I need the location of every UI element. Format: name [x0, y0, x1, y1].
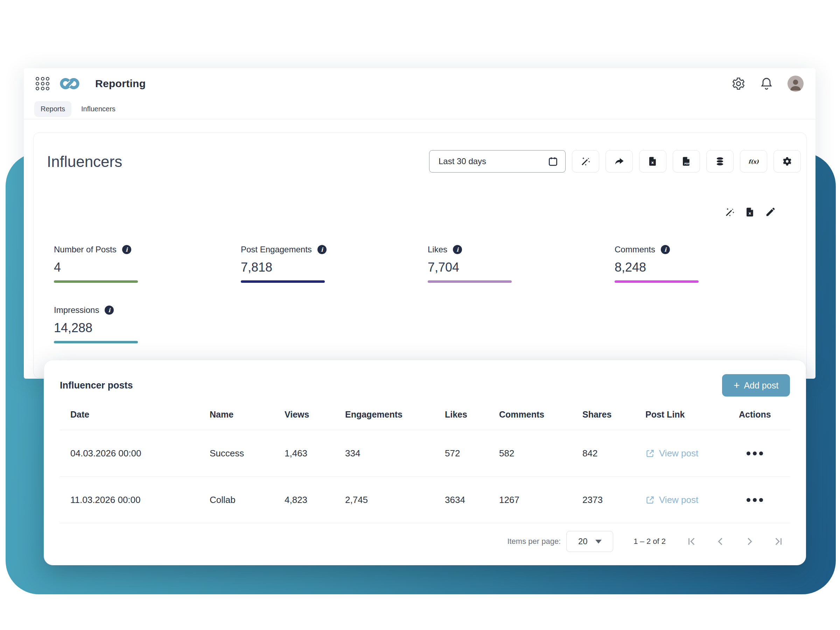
- formula-fx-icon: f(x): [748, 156, 759, 167]
- table-row: 04.03.2026 00:00 Success 1,463 334 572 5…: [60, 430, 790, 477]
- view-post-link[interactable]: View post: [646, 448, 739, 459]
- excel-file-icon: x: [647, 156, 658, 167]
- posts-card-title: Influencer posts: [60, 380, 133, 391]
- breadcrumb-item-reports[interactable]: Reports: [34, 101, 71, 117]
- row-actions-menu-icon[interactable]: [739, 452, 790, 455]
- metric-label: Post Engagements: [241, 245, 312, 254]
- magic-wand-button[interactable]: [572, 150, 599, 172]
- cell-date: 04.03.2026 00:00: [70, 448, 210, 459]
- info-icon[interactable]: i: [661, 245, 670, 254]
- widget-edit-pencil-icon[interactable]: [765, 207, 775, 217]
- cell-comments: 1267: [499, 494, 583, 505]
- cell-likes: 3634: [445, 494, 499, 505]
- influencers-report-card: Influencers Last 30 days: [33, 132, 807, 378]
- export-excel-button[interactable]: x: [639, 150, 666, 172]
- report-title: Influencers: [47, 153, 122, 171]
- date-range-picker[interactable]: Last 30 days: [429, 150, 565, 172]
- svg-text:x: x: [748, 211, 752, 216]
- items-per-page-label: Items per page:: [507, 537, 561, 546]
- metric-impressions: Impressions i 14,288: [54, 305, 241, 343]
- metrics-grid: Number of Posts i 4 Post Engagements i 7…: [54, 245, 802, 343]
- metric-label: Comments: [614, 245, 655, 254]
- metric-value: 7,818: [241, 260, 428, 275]
- metric-label: Number of Posts: [54, 245, 117, 254]
- col-header-comments: Comments: [499, 409, 583, 420]
- user-avatar[interactable]: [788, 76, 804, 92]
- cell-name: Success: [210, 448, 284, 459]
- formula-button[interactable]: f(x): [740, 150, 767, 172]
- info-icon[interactable]: i: [122, 245, 131, 254]
- magic-wand-icon: [580, 156, 591, 167]
- metric-accent-bar: [428, 280, 512, 283]
- external-link-icon: [646, 495, 655, 505]
- first-page-icon[interactable]: [686, 535, 698, 547]
- col-header-engagements: Engagements: [345, 409, 445, 420]
- metric-value: 14,288: [54, 321, 241, 335]
- metric-comments: Comments i 8,248: [614, 245, 802, 283]
- svg-text:x: x: [651, 160, 654, 165]
- brand-logo-icon[interactable]: [59, 77, 81, 91]
- metric-value: 8,248: [614, 260, 802, 275]
- share-button[interactable]: [605, 150, 633, 172]
- metric-likes: Likes i 7,704: [428, 245, 614, 283]
- page: Reporting Reports: [0, 0, 840, 630]
- view-post-label: View post: [659, 448, 698, 459]
- add-post-button[interactable]: + Add post: [722, 374, 790, 396]
- database-button[interactable]: [706, 150, 734, 172]
- previous-page-icon[interactable]: [715, 535, 726, 547]
- cell-shares: 2373: [583, 494, 646, 505]
- settings-gear-icon[interactable]: [731, 77, 745, 91]
- external-link-icon: [646, 449, 655, 458]
- pagination-range: 1 – 2 of 2: [633, 537, 666, 546]
- info-icon[interactable]: i: [453, 245, 462, 254]
- svg-text:f(x): f(x): [748, 159, 759, 165]
- cell-engagements: 334: [345, 448, 445, 459]
- cell-comments: 582: [499, 448, 583, 459]
- page-title: Reporting: [95, 78, 145, 90]
- metric-label: Likes: [428, 245, 447, 254]
- last-page-icon[interactable]: [772, 535, 784, 547]
- cell-shares: 842: [583, 448, 646, 459]
- view-post-link[interactable]: View post: [646, 494, 739, 505]
- svg-text:PDF: PDF: [684, 163, 690, 165]
- cell-likes: 572: [445, 448, 499, 459]
- top-bar: Reporting: [24, 68, 815, 99]
- export-pdf-button[interactable]: PDF: [673, 150, 700, 172]
- next-page-icon[interactable]: [744, 535, 755, 547]
- metric-value: 4: [54, 260, 241, 275]
- metric-accent-bar: [614, 280, 699, 283]
- items-per-page-select[interactable]: 20: [566, 531, 613, 552]
- col-header-likes: Likes: [445, 409, 499, 420]
- metric-post-engagements: Post Engagements i 7,818: [241, 245, 428, 283]
- col-header-views: Views: [284, 409, 345, 420]
- info-icon[interactable]: i: [317, 245, 327, 254]
- breadcrumb-item-influencers[interactable]: Influencers: [75, 101, 122, 117]
- table-pagination: Items per page: 20 1 – 2 of 2: [44, 523, 806, 560]
- table-row: 11.03.2026 00:00 Collab 4,823 2,745 3634…: [60, 477, 790, 523]
- database-icon: [715, 156, 725, 167]
- widget-excel-file-icon[interactable]: x: [745, 207, 755, 217]
- col-header-actions: Actions: [739, 409, 790, 420]
- cell-date: 11.03.2026 00:00: [70, 494, 210, 505]
- report-toolbar: Last 30 days: [429, 150, 801, 172]
- row-actions-menu-icon[interactable]: [739, 498, 790, 502]
- metric-accent-bar: [241, 280, 325, 283]
- view-post-label: View post: [659, 494, 698, 505]
- breadcrumb: Reports Influencers: [24, 99, 815, 119]
- cell-name: Collab: [210, 494, 284, 505]
- plus-icon: +: [734, 380, 740, 391]
- info-icon[interactable]: i: [105, 306, 114, 315]
- cell-views: 4,823: [284, 494, 345, 505]
- date-range-value: Last 30 days: [439, 156, 486, 166]
- metric-value: 7,704: [428, 260, 614, 275]
- pdf-file-icon: PDF: [681, 156, 692, 167]
- col-header-date: Date: [70, 409, 210, 420]
- widget-magic-wand-icon[interactable]: [725, 207, 735, 217]
- cell-engagements: 2,745: [345, 494, 445, 505]
- notifications-bell-icon[interactable]: [759, 77, 774, 91]
- report-settings-button[interactable]: [774, 150, 801, 172]
- metric-number-of-posts: Number of Posts i 4: [54, 245, 241, 283]
- widget-actions: x: [725, 207, 775, 217]
- share-arrow-icon: [614, 156, 624, 167]
- app-launcher-grid-icon[interactable]: [36, 77, 50, 90]
